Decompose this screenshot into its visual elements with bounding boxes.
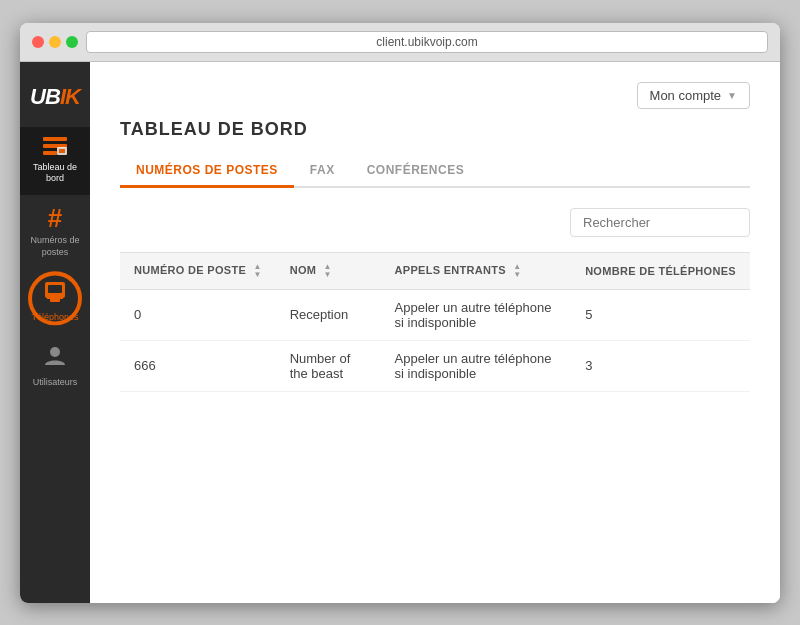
- sort-arrows-numero[interactable]: ▲▼: [253, 263, 261, 279]
- svg-point-9: [50, 347, 60, 357]
- logo-text: UBIK: [30, 84, 80, 110]
- page-title: TABLEAU DE BORD: [120, 119, 750, 140]
- sidebar-logo: UBIK: [20, 72, 90, 122]
- address-bar[interactable]: client.ubikvoip.com: [86, 31, 768, 53]
- hash-icon: #: [48, 205, 62, 231]
- browser-window: client.ubikvoip.com UBIK: [20, 23, 780, 603]
- cell-numero-1: 666: [120, 340, 276, 391]
- sidebar-label-utilisateurs: Utilisateurs: [33, 377, 78, 387]
- sidebar-item-telephones[interactable]: Téléphones: [20, 268, 90, 334]
- col-header-nom: NOM ▲▼: [276, 252, 381, 289]
- browser-chrome: client.ubikvoip.com: [20, 23, 780, 62]
- tab-conferences[interactable]: CONFÉRENCES: [351, 155, 481, 188]
- table-body: 0 Reception Appeler un autre téléphone s…: [120, 289, 750, 391]
- sort-arrows-appels[interactable]: ▲▼: [513, 263, 521, 279]
- header-account: Mon compte: [120, 82, 750, 109]
- minimize-button[interactable]: [49, 36, 61, 48]
- sidebar: UBIK Tableau debord #: [20, 62, 90, 603]
- user-icon: [43, 344, 67, 373]
- svg-rect-8: [47, 296, 63, 299]
- telephones-icon: [41, 278, 69, 308]
- tab-numeros[interactable]: NUMÉROS DE POSTES: [120, 155, 294, 188]
- cell-telephones-0: 5: [571, 289, 750, 340]
- sort-arrows-nom[interactable]: ▲▼: [324, 263, 332, 279]
- maximize-button[interactable]: [66, 36, 78, 48]
- table-header: NUMÉRO DE POSTE ▲▼ NOM ▲▼ APPELS ENTRANT…: [120, 252, 750, 289]
- search-input[interactable]: [570, 208, 750, 237]
- main-content: Mon compte TABLEAU DE BORD NUMÉROS DE PO…: [90, 62, 780, 603]
- col-header-telephones: NOMBRE DE TÉLÉPHONES: [571, 252, 750, 289]
- search-bar-row: [120, 208, 750, 237]
- data-table: NUMÉRO DE POSTE ▲▼ NOM ▲▼ APPELS ENTRANT…: [120, 252, 750, 392]
- cell-nom-1: Number of the beast: [276, 340, 381, 391]
- sidebar-label-dashboard: Tableau debord: [33, 162, 77, 185]
- table-row: 0 Reception Appeler un autre téléphone s…: [120, 289, 750, 340]
- cell-appels-0: Appeler un autre téléphone si indisponib…: [381, 289, 572, 340]
- app-container: UBIK Tableau debord #: [20, 62, 780, 603]
- account-button[interactable]: Mon compte: [637, 82, 750, 109]
- table-row: 666 Number of the beast Appeler un autre…: [120, 340, 750, 391]
- svg-rect-2: [43, 151, 57, 155]
- close-button[interactable]: [32, 36, 44, 48]
- col-header-appels: APPELS ENTRANTS ▲▼: [381, 252, 572, 289]
- sidebar-item-dashboard[interactable]: Tableau debord: [20, 127, 90, 195]
- traffic-lights: [32, 36, 78, 48]
- tabs: NUMÉROS DE POSTES FAX CONFÉRENCES: [120, 155, 750, 188]
- sidebar-label-numeros: Numéros depostes: [30, 235, 79, 258]
- cell-numero-0: 0: [120, 289, 276, 340]
- tab-fax[interactable]: FAX: [294, 155, 351, 188]
- cell-telephones-1: 3: [571, 340, 750, 391]
- svg-rect-6: [48, 285, 62, 293]
- sidebar-item-utilisateurs[interactable]: Utilisateurs: [20, 334, 90, 397]
- svg-rect-0: [43, 137, 67, 141]
- sidebar-label-telephones: Téléphones: [31, 312, 78, 324]
- col-header-numero: NUMÉRO DE POSTE ▲▼: [120, 252, 276, 289]
- sidebar-item-numeros[interactable]: # Numéros depostes: [20, 195, 90, 268]
- cell-appels-1: Appeler un autre téléphone si indisponib…: [381, 340, 572, 391]
- dashboard-icon: [43, 137, 67, 158]
- cell-nom-0: Reception: [276, 289, 381, 340]
- svg-rect-4: [59, 149, 65, 153]
